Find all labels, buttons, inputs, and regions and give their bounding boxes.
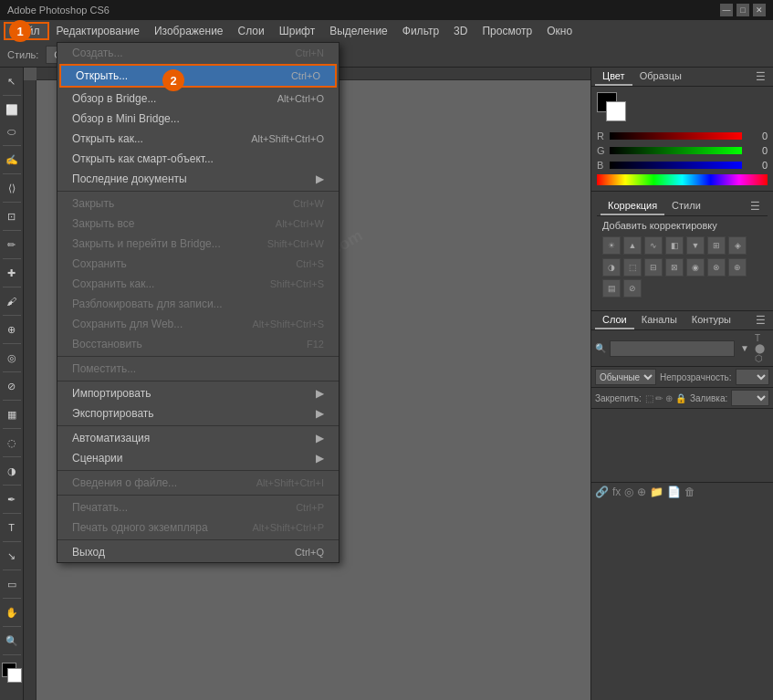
corr-gradient-map[interactable]: ▤ bbox=[602, 279, 621, 298]
dropdown-item-3[interactable]: Обзор в Mini Bridge... bbox=[57, 109, 339, 129]
close-button[interactable]: ✕ bbox=[753, 4, 766, 16]
tool-marquee-rect[interactable]: ⬜ bbox=[2, 99, 22, 120]
menu-font[interactable]: Шрифт bbox=[272, 22, 322, 40]
panel-options-icon[interactable]: ☰ bbox=[752, 68, 769, 86]
layers-filter-icon[interactable]: ▼ bbox=[740, 343, 749, 353]
dropdown-item-9[interactable]: Закрыть всеAlt+Ctrl+W bbox=[57, 214, 339, 234]
bg-swatch[interactable] bbox=[606, 101, 626, 121]
menu-view[interactable]: Просмотр bbox=[475, 22, 539, 40]
dropdown-item-17[interactable]: Поместить... bbox=[57, 359, 339, 379]
color-spectrum[interactable] bbox=[597, 174, 768, 185]
background-color[interactable] bbox=[7, 668, 22, 683]
dropdown-item-2[interactable]: Обзор в Bridge...Alt+Ctrl+O bbox=[57, 89, 339, 109]
corr-posterize[interactable]: ⊗ bbox=[707, 258, 726, 277]
corr-exposure[interactable]: ◧ bbox=[665, 236, 684, 255]
fill-select[interactable] bbox=[731, 390, 769, 406]
menu-layers[interactable]: Слои bbox=[231, 22, 272, 40]
dropdown-item-22[interactable]: Автоматизация▶ bbox=[57, 428, 339, 448]
tool-gradient[interactable]: ▦ bbox=[2, 404, 22, 424]
corr-hsl[interactable]: ⊞ bbox=[707, 236, 726, 255]
tab-swatches[interactable]: Образцы bbox=[632, 68, 689, 86]
menu-image[interactable]: Изображение bbox=[147, 22, 231, 40]
corr-bw[interactable]: ◑ bbox=[602, 258, 621, 277]
tool-magic-wand[interactable]: ⟨⟩ bbox=[2, 178, 22, 198]
tool-marquee-ellipse[interactable]: ⬭ bbox=[2, 121, 22, 141]
fx-button[interactable]: fx bbox=[612, 486, 621, 498]
mask-icon[interactable]: ◎ bbox=[624, 486, 633, 498]
corr-color-lookup[interactable]: ⊠ bbox=[665, 258, 684, 277]
dropdown-item-25[interactable]: Сведения о файле...Alt+Shift+Ctrl+I bbox=[57, 473, 339, 493]
b-slider[interactable] bbox=[610, 162, 742, 169]
tool-healing[interactable]: ✚ bbox=[2, 263, 22, 283]
tool-clone[interactable]: ⊕ bbox=[2, 319, 22, 340]
tab-styles[interactable]: Стили bbox=[664, 197, 708, 215]
dropdown-item-19[interactable]: Импортировать▶ bbox=[57, 383, 339, 403]
r-slider[interactable] bbox=[610, 132, 742, 140]
tool-zoom[interactable]: 🔍 bbox=[2, 631, 22, 651]
tool-eraser[interactable]: ⊘ bbox=[2, 376, 22, 396]
tool-path-select[interactable]: ↘ bbox=[2, 546, 22, 566]
corr-selective[interactable]: ⊘ bbox=[623, 279, 642, 298]
tool-shape[interactable]: ▭ bbox=[2, 574, 22, 594]
tab-paths[interactable]: Контуры bbox=[684, 311, 738, 329]
tool-blur[interactable]: ◌ bbox=[2, 433, 22, 453]
tool-text[interactable]: T bbox=[2, 517, 22, 538]
tab-channels[interactable]: Каналы bbox=[634, 311, 684, 329]
corr-threshold[interactable]: ⊕ bbox=[728, 258, 747, 277]
adjustment-icon[interactable]: ⊕ bbox=[637, 486, 646, 498]
layers-options-icon[interactable]: ☰ bbox=[752, 311, 769, 329]
tool-crop[interactable]: ⊡ bbox=[2, 206, 22, 226]
folder-icon[interactable]: 📁 bbox=[650, 486, 663, 498]
tool-move[interactable]: ↖ bbox=[2, 71, 22, 91]
dropdown-item-10[interactable]: Закрыть и перейти в Bridge...Shift+Ctrl+… bbox=[57, 234, 339, 254]
g-slider[interactable] bbox=[610, 147, 742, 154]
dropdown-item-20[interactable]: Экспортировать▶ bbox=[57, 403, 339, 423]
corr-brightness[interactable]: ☀ bbox=[602, 236, 621, 255]
tool-history[interactable]: ◎ bbox=[2, 348, 22, 368]
menu-3d[interactable]: 3D bbox=[446, 22, 475, 40]
dropdown-item-0[interactable]: Создать...Ctrl+N bbox=[57, 43, 339, 63]
tab-color[interactable]: Цвет bbox=[595, 68, 632, 86]
menu-filter[interactable]: Фильтр bbox=[395, 22, 446, 40]
color-selector[interactable] bbox=[2, 663, 22, 683]
color-swatches[interactable] bbox=[597, 92, 633, 125]
link-icon[interactable]: 🔗 bbox=[595, 486, 609, 498]
corr-colorbalance[interactable]: ◈ bbox=[728, 236, 747, 255]
tab-layers[interactable]: Слои bbox=[595, 311, 634, 329]
dropdown-item-12[interactable]: Сохранить как...Shift+Ctrl+S bbox=[57, 274, 339, 294]
menu-edit[interactable]: Редактирование bbox=[49, 22, 147, 40]
dropdown-item-11[interactable]: СохранитьCtrl+S bbox=[57, 254, 339, 274]
dropdown-item-13[interactable]: Разблокировать для записи... bbox=[57, 294, 339, 314]
corr-channel-mixer[interactable]: ⊟ bbox=[644, 258, 663, 277]
dropdown-item-14[interactable]: Сохранить для Web...Alt+Shift+Ctrl+S bbox=[57, 314, 339, 334]
blend-mode-select[interactable]: Обычные bbox=[595, 369, 656, 385]
dropdown-item-5[interactable]: Открыть как смарт-объект... bbox=[57, 149, 339, 169]
tool-brush[interactable]: 🖌 bbox=[2, 291, 22, 311]
tool-eyedropper[interactable]: ✏ bbox=[2, 235, 22, 255]
corr-curves[interactable]: ∿ bbox=[644, 236, 663, 255]
opacity-select[interactable] bbox=[736, 369, 769, 385]
tool-hand[interactable]: ✋ bbox=[2, 602, 22, 622]
corr-invert[interactable]: ◉ bbox=[686, 258, 705, 277]
dropdown-item-27[interactable]: Печатать...Ctrl+P bbox=[57, 497, 339, 517]
dropdown-item-28[interactable]: Печать одного экземпляраAlt+Shift+Ctrl+P bbox=[57, 517, 339, 538]
menu-window[interactable]: Окно bbox=[539, 22, 580, 40]
delete-layer-icon[interactable]: 🗑 bbox=[684, 486, 695, 498]
correction-options-icon[interactable]: ☰ bbox=[747, 197, 764, 215]
new-layer-icon[interactable]: 📄 bbox=[667, 486, 681, 498]
dropdown-item-23[interactable]: Сценарии▶ bbox=[57, 448, 339, 468]
dropdown-item-15[interactable]: ВосстановитьF12 bbox=[57, 334, 339, 354]
dropdown-item-30[interactable]: ВыходCtrl+Q bbox=[57, 542, 339, 562]
maximize-button[interactable]: □ bbox=[736, 4, 749, 16]
corr-levels[interactable]: ▲ bbox=[623, 236, 642, 255]
corr-vibrance[interactable]: ▼ bbox=[686, 236, 705, 255]
dropdown-item-6[interactable]: Последние документы▶ bbox=[57, 169, 339, 189]
tab-correction[interactable]: Коррекция bbox=[601, 197, 664, 215]
layers-search-input[interactable] bbox=[610, 340, 735, 357]
dropdown-item-8[interactable]: ЗакрытьCtrl+W bbox=[57, 193, 339, 214]
tool-lasso[interactable]: ✍ bbox=[2, 150, 22, 170]
corr-photo[interactable]: ⬚ bbox=[623, 258, 642, 277]
dropdown-item-1[interactable]: Открыть...Ctrl+O bbox=[59, 64, 337, 88]
dropdown-item-4[interactable]: Открыть как...Alt+Shift+Ctrl+O bbox=[57, 129, 339, 149]
minimize-button[interactable]: — bbox=[720, 4, 733, 16]
